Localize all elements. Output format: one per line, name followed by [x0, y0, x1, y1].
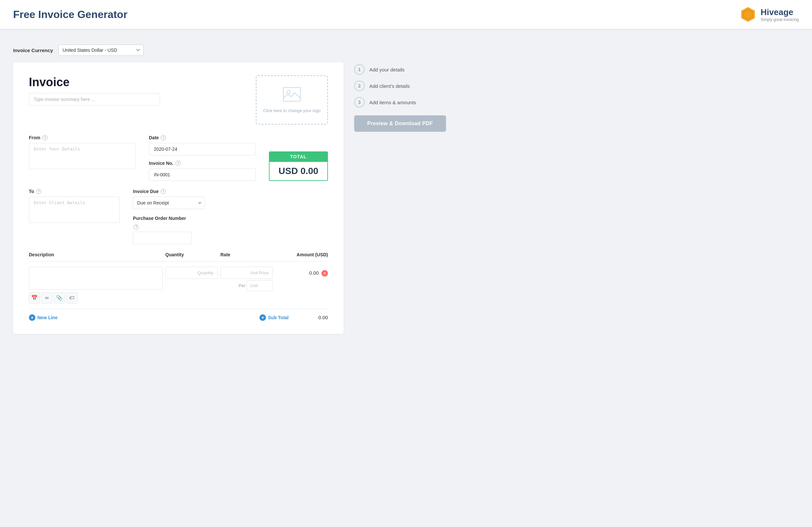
content-area: Invoice Currency United States Dollar - … [13, 45, 344, 334]
bottom-row: + New Line + Sub Total 0.00 [29, 309, 328, 321]
total-label: TOTAL [269, 151, 328, 162]
subtotal-row: + Sub Total 0.00 [259, 314, 328, 321]
subtotal-btn[interactable]: + Sub Total [259, 314, 289, 321]
item-rate-col: Per [220, 267, 273, 291]
due-label: Invoice Due ? [133, 189, 224, 194]
invoice-title-section: Invoice [29, 75, 256, 106]
invoice-card: Invoice Click here to change your logo [13, 62, 344, 334]
link-toolbar-btn[interactable]: ∞ [41, 292, 53, 303]
to-label: To ? [29, 189, 120, 194]
desc-header: Description [29, 252, 163, 257]
new-line-plus-icon: + [29, 314, 35, 321]
items-section: Description Quantity Rate Amount (USD) 📅 [29, 252, 328, 321]
to-help-icon[interactable]: ? [36, 189, 41, 194]
step-1-label: Add your details [369, 67, 405, 72]
item-desc-input[interactable] [29, 267, 163, 290]
po-number-input[interactable] [133, 232, 192, 244]
step-1-circle: 1 [354, 64, 365, 75]
item-qty-input[interactable] [165, 267, 218, 279]
date-label: Date ? [149, 135, 256, 140]
sidebar-step-3: 3 Add items & amounts [354, 97, 446, 107]
step-2-label: Add client's details [369, 83, 410, 89]
invoice-summary-input[interactable] [29, 93, 160, 106]
currency-label: Invoice Currency [13, 47, 53, 53]
image-placeholder-icon [283, 87, 301, 106]
svg-point-4 [287, 90, 290, 94]
logo-upload-area[interactable]: Click here to change your logo [256, 75, 328, 124]
hiveage-logo-icon [740, 6, 757, 23]
invoice-title: Invoice [29, 75, 256, 89]
new-line-btn[interactable]: + New Line [29, 314, 57, 321]
main-layout: Invoice Currency United States Dollar - … [0, 37, 459, 342]
logo-upload-label: Click here to change your logo [263, 108, 321, 113]
items-header: Description Quantity Rate Amount (USD) [29, 252, 328, 261]
paperclip-icon: 📎 [56, 295, 63, 301]
from-label: From ? [29, 135, 136, 140]
total-amount: USD 0.00 [278, 166, 318, 176]
tag-icon: 🏷 [69, 295, 74, 301]
from-date-row: From ? Date ? [29, 135, 328, 181]
preview-download-btn[interactable]: Preview & Download PDF [354, 115, 446, 132]
item-qty-col [165, 267, 218, 279]
item-unit-price-input[interactable] [220, 267, 273, 279]
invoice-due-select[interactable]: Due on Receipt Net 15 Net 30 Net 60 Cust… [133, 197, 205, 209]
po-help-icon[interactable]: ? [133, 225, 139, 230]
from-help-icon[interactable]: ? [42, 135, 47, 140]
item-amount-col: 0.00 ✕ [275, 267, 328, 276]
invoice-card-header: Invoice Click here to change your logo [29, 75, 328, 124]
from-section: From ? [29, 135, 136, 181]
sidebar-step-2: 2 Add client's details [354, 81, 446, 91]
calendar-icon: 📅 [31, 295, 38, 301]
subtotal-plus-icon: + [259, 314, 266, 321]
step-3-circle: 3 [354, 97, 365, 107]
brand-name: Hiveage [760, 7, 799, 17]
calendar-toolbar-btn[interactable]: 📅 [29, 292, 40, 303]
item-desc-area: 📅 ∞ 📎 🏷 [29, 267, 163, 303]
table-row: 📅 ∞ 📎 🏷 [29, 264, 328, 306]
invoice-no-input[interactable] [149, 168, 256, 181]
page-title: Free Invoice Generator [13, 9, 128, 21]
item-remove-btn[interactable]: ✕ [321, 270, 328, 276]
to-textarea[interactable] [29, 197, 120, 223]
due-help-icon[interactable]: ? [161, 189, 166, 194]
sidebar: 1 Add your details 2 Add client's detail… [354, 45, 446, 334]
new-line-label: New Line [38, 315, 57, 320]
date-input[interactable] [149, 143, 256, 155]
item-unit-input[interactable] [247, 280, 273, 291]
rate-header: Rate [220, 252, 273, 257]
brand-name-area: Hiveage Simply great invoicing [760, 7, 799, 22]
invoice-no-label: Invoice No. ? [149, 161, 256, 166]
sidebar-step-1: 1 Add your details [354, 64, 446, 75]
amount-header: Amount (USD) [275, 252, 328, 257]
brand-logo: Hiveage Simply great invoicing [740, 6, 799, 23]
po-label: Purchase Order Number [133, 216, 224, 221]
step-2-circle: 2 [354, 81, 365, 91]
from-textarea[interactable] [29, 143, 136, 169]
qty-header: Quantity [165, 252, 218, 257]
invoice-no-help-icon[interactable]: ? [175, 161, 181, 166]
page-header: Free Invoice Generator Hiveage Simply gr… [0, 0, 812, 30]
step-3-label: Add items & amounts [369, 100, 416, 105]
tag-toolbar-btn[interactable]: 🏷 [66, 292, 77, 303]
currency-row: Invoice Currency United States Dollar - … [13, 45, 344, 56]
svg-rect-3 [284, 88, 300, 101]
subtotal-label: Sub Total [268, 315, 289, 320]
to-section: To ? [29, 189, 120, 244]
attachment-toolbar-btn[interactable]: 📎 [54, 292, 65, 303]
currency-select[interactable]: United States Dollar - USD Euro - EUR Br… [58, 45, 144, 56]
per-label: Per [239, 283, 245, 288]
item-amount: 0.00 [309, 270, 319, 276]
to-due-row: To ? Invoice Due ? Due on Receipt [29, 189, 328, 244]
item-toolbar: 📅 ∞ 📎 🏷 [29, 292, 163, 303]
date-help-icon[interactable]: ? [161, 135, 166, 140]
per-unit-row: Per [220, 280, 273, 291]
brand-tagline: Simply great invoicing [760, 17, 799, 22]
sidebar-steps: 1 Add your details 2 Add client's detail… [354, 64, 446, 107]
total-amount-bar: USD 0.00 [269, 162, 328, 181]
due-po-section: Invoice Due ? Due on Receipt Net 15 Net … [133, 189, 224, 244]
subtotal-amount: 0.00 [308, 315, 328, 320]
date-invoiceno-section: Date ? Invoice No. ? [149, 135, 256, 181]
total-box: TOTAL USD 0.00 [269, 151, 328, 181]
link-icon: ∞ [45, 295, 48, 301]
